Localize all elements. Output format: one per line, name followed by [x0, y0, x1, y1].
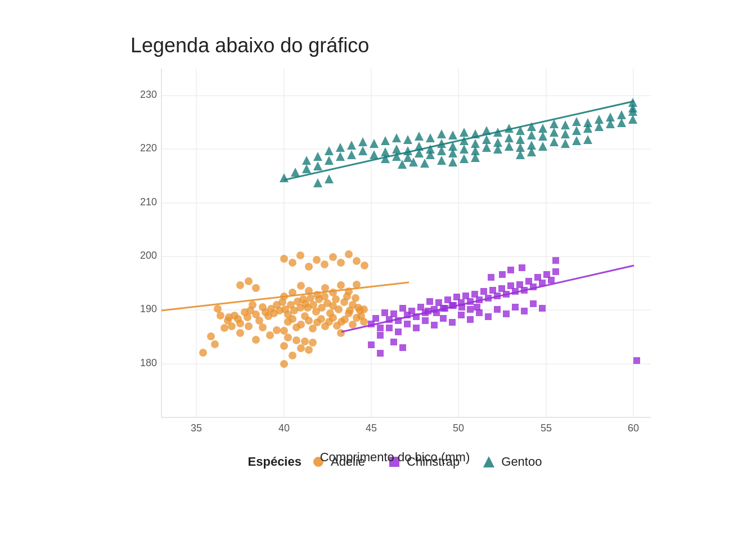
svg-marker-307 [460, 154, 469, 163]
svg-text:200: 200 [140, 250, 157, 261]
svg-marker-224 [325, 156, 334, 165]
svg-rect-192 [449, 319, 456, 326]
svg-rect-194 [467, 316, 474, 323]
svg-point-94 [337, 329, 345, 337]
svg-marker-299 [572, 136, 581, 145]
svg-marker-276 [572, 117, 581, 126]
svg-point-92 [329, 314, 337, 322]
svg-rect-197 [494, 306, 501, 313]
svg-point-27 [199, 349, 207, 357]
svg-rect-202 [539, 305, 546, 312]
svg-marker-257 [358, 137, 367, 146]
svg-marker-221 [291, 168, 300, 177]
svg-point-132 [245, 322, 253, 330]
svg-point-139 [252, 284, 260, 292]
svg-marker-220 [280, 173, 289, 182]
svg-rect-167 [480, 288, 487, 295]
svg-marker-265 [448, 130, 457, 140]
svg-point-80 [280, 327, 288, 335]
svg-marker-297 [550, 137, 559, 146]
svg-rect-207 [633, 357, 640, 364]
svg-point-137 [236, 281, 244, 289]
svg-rect-143 [372, 315, 379, 322]
svg-point-115 [329, 289, 337, 296]
svg-text:230: 230 [140, 89, 157, 100]
svg-marker-223 [313, 161, 322, 170]
svg-point-128 [353, 257, 361, 265]
svg-text:50: 50 [453, 422, 464, 434]
svg-text:180: 180 [140, 357, 157, 368]
svg-marker-313 [420, 159, 429, 168]
svg-point-134 [259, 323, 267, 331]
svg-text:35: 35 [191, 422, 202, 434]
svg-rect-199 [512, 304, 519, 310]
svg-rect-213 [474, 304, 480, 310]
svg-text:220: 220 [140, 142, 157, 154]
svg-text:210: 210 [140, 196, 157, 208]
svg-marker-261 [403, 135, 412, 144]
svg-rect-200 [521, 308, 528, 314]
svg-line-316 [284, 101, 634, 180]
svg-point-36 [236, 320, 244, 327]
svg-marker-241 [516, 135, 525, 144]
svg-rect-212 [488, 274, 494, 281]
svg-point-119 [280, 255, 288, 263]
svg-point-121 [296, 251, 304, 259]
svg-point-93 [333, 322, 341, 330]
svg-point-138 [245, 277, 253, 285]
svg-point-82 [289, 315, 296, 323]
svg-point-38 [244, 313, 251, 321]
svg-rect-147 [390, 310, 397, 317]
svg-marker-278 [595, 115, 604, 124]
svg-marker-242 [527, 130, 536, 140]
svg-marker-245 [561, 129, 570, 138]
svg-rect-210 [507, 267, 514, 273]
svg-point-98 [353, 314, 361, 322]
svg-marker-228 [370, 150, 379, 159]
svg-rect-186 [395, 328, 402, 335]
svg-point-108 [309, 339, 317, 346]
svg-rect-188 [413, 325, 420, 331]
svg-marker-256 [347, 141, 356, 150]
svg-marker-244 [550, 128, 559, 137]
svg-point-33 [228, 322, 236, 330]
svg-text:40: 40 [278, 422, 290, 434]
svg-marker-306 [448, 158, 457, 166]
svg-point-84 [297, 321, 305, 328]
svg-point-31 [220, 324, 228, 332]
svg-marker-303 [313, 178, 322, 187]
svg-point-140 [225, 313, 233, 321]
svg-point-97 [349, 321, 357, 328]
svg-point-131 [236, 329, 244, 337]
svg-point-99 [356, 307, 364, 314]
svg-rect-144 [377, 325, 384, 331]
svg-point-104 [292, 336, 300, 344]
svg-point-111 [297, 282, 305, 290]
svg-marker-264 [437, 129, 446, 138]
chart-title: Legenda abaixo do gráfico [130, 34, 676, 57]
svg-marker-255 [336, 143, 345, 152]
plot-area: 180 190 200 210 220 230 35 40 45 50 55 6… [114, 63, 676, 446]
svg-marker-254 [325, 146, 334, 155]
svg-rect-145 [381, 309, 388, 316]
svg-rect-209 [519, 264, 525, 271]
svg-marker-246 [572, 126, 581, 135]
svg-point-101 [280, 342, 288, 350]
svg-marker-250 [617, 118, 626, 127]
svg-point-96 [345, 309, 353, 317]
svg-marker-260 [392, 133, 401, 142]
svg-rect-198 [503, 310, 510, 317]
x-axis-label: Comprimento do bico (mm) [114, 450, 676, 465]
svg-point-42 [255, 317, 263, 325]
svg-rect-205 [390, 339, 397, 345]
svg-rect-155 [426, 298, 433, 305]
svg-point-70 [335, 305, 343, 313]
svg-rect-204 [377, 350, 384, 357]
svg-point-122 [305, 263, 313, 271]
svg-marker-275 [561, 120, 570, 129]
svg-point-126 [337, 259, 345, 267]
svg-point-61 [309, 301, 317, 309]
svg-text:45: 45 [366, 422, 377, 434]
svg-rect-208 [552, 257, 559, 264]
svg-marker-259 [381, 136, 390, 145]
